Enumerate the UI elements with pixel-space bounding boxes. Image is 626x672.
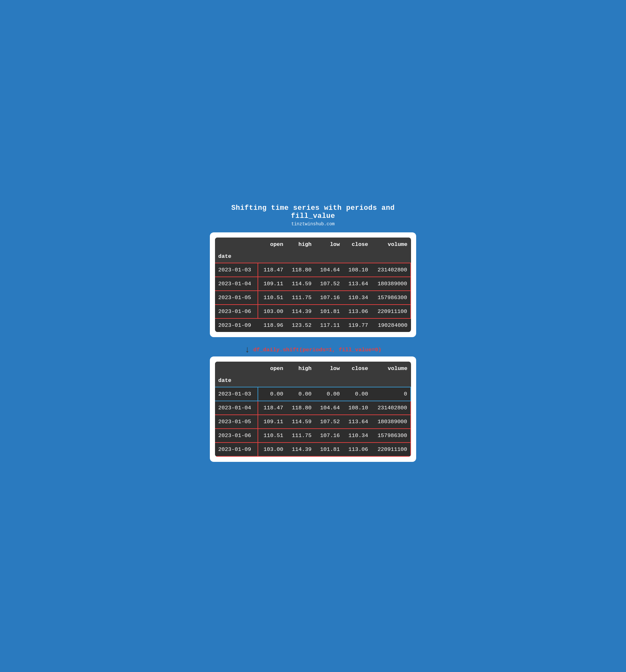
card-original: open high low close volume date 2023-01-…: [210, 232, 416, 337]
table-row: 2023-01-04118.47118.80104.64108.10231402…: [215, 401, 411, 415]
col-header-low: low: [315, 238, 343, 251]
table-row: 2023-01-03118.47118.80104.64108.10231402…: [215, 263, 411, 277]
table-row: 2023-01-06110.51111.75107.16110.34157986…: [215, 429, 411, 442]
table-row: 2023-01-06103.00114.39101.81113.06220911…: [215, 305, 411, 318]
col-header-empty: [215, 238, 258, 251]
outer-container: Shifting time series with periods and fi…: [203, 196, 423, 476]
arrow-section: ↓ df_daily.shift(periods=1, fill_value=0…: [210, 342, 416, 357]
col2-header-low: low: [315, 362, 343, 376]
col2-header-high: high: [287, 362, 315, 376]
table1-wrapper: open high low close volume date 2023-01-…: [215, 238, 411, 332]
card-shifted: open high low close volume date 2023-01-…: [210, 357, 416, 462]
table-row: 2023-01-05109.11114.59107.52113.64180389…: [215, 415, 411, 429]
subheader-date-2: date: [215, 376, 411, 387]
subheader-date-1: date: [215, 251, 411, 263]
col-header-close: close: [343, 238, 371, 251]
col2-header-open: open: [258, 362, 287, 376]
table1: open high low close volume date 2023-01-…: [215, 238, 411, 332]
code-label: df_daily.shift(periods=1, fill_value=0): [253, 347, 381, 353]
page-title: Shifting time series with periods and fi…: [210, 204, 416, 220]
table2: open high low close volume date 2023-01-…: [215, 362, 411, 457]
col2-header-volume: volume: [371, 362, 411, 376]
arrow-down-icon: ↓: [245, 345, 250, 355]
table-row: 2023-01-09103.00114.39101.81113.06220911…: [215, 442, 411, 456]
table-row: 2023-01-04109.11114.59107.52113.64180389…: [215, 277, 411, 291]
subtitle: tinztwinshub.com: [210, 221, 416, 226]
table-row: 2023-01-09118.96123.52117.11119.77190284…: [215, 318, 411, 332]
table-row: 2023-01-030.000.000.000.000: [215, 387, 411, 401]
col2-header-close: close: [343, 362, 371, 376]
col-header-volume: volume: [371, 238, 411, 251]
col2-header-empty: [215, 362, 258, 376]
table2-wrapper: open high low close volume date 2023-01-…: [215, 362, 411, 457]
col-header-high: high: [287, 238, 315, 251]
table-row: 2023-01-05110.51111.75107.16110.34157986…: [215, 291, 411, 305]
col-header-open: open: [258, 238, 287, 251]
